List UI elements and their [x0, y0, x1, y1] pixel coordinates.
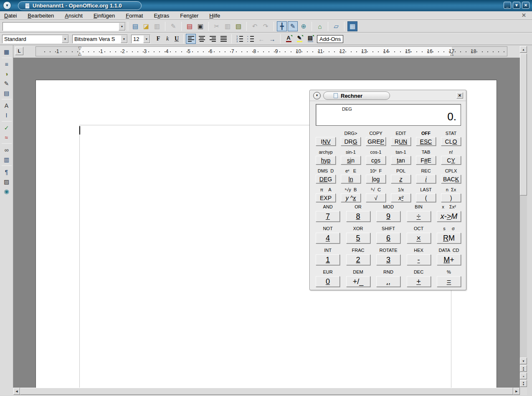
calc-button-4[interactable]: 4 [316, 233, 340, 244]
navigation-button[interactable]: ● [520, 373, 527, 379]
menu-extras[interactable]: Extras [154, 13, 169, 19]
chevron-down-icon[interactable]: ▼ [62, 35, 68, 43]
scroll-down-button[interactable]: ▼ [520, 358, 527, 364]
align-right-icon[interactable] [208, 34, 218, 44]
vertical-scroll-thumb[interactable] [520, 53, 527, 195]
calc-button-rm[interactable]: RM [437, 233, 461, 244]
calc-button-[interactable]: ÷ [407, 211, 431, 222]
calculator-menu-button[interactable]: ▼ [313, 92, 321, 99]
gallery-icon[interactable]: ⌂ [315, 21, 325, 31]
calc-button-log[interactable]: log [366, 175, 386, 183]
align-justify-icon[interactable] [218, 34, 228, 44]
export-pdf-icon[interactable]: ▤ [185, 21, 195, 31]
menu-einfgen[interactable]: Einfügen [94, 13, 115, 19]
save-icon[interactable]: ▥ [152, 21, 162, 31]
undo-icon[interactable]: ↶ [250, 21, 260, 31]
calc-button-[interactable]: ., [376, 276, 400, 287]
calc-button-[interactable]: = [437, 276, 461, 287]
chevron-down-icon[interactable]: ▼ [119, 23, 125, 30]
menu-datei[interactable]: Datei [4, 13, 17, 19]
calculator-close-button[interactable]: ✕ [456, 92, 463, 99]
numbered-list-icon[interactable]: 123 [235, 34, 245, 44]
spellcheck-icon[interactable]: ✓ [2, 123, 12, 132]
calc-button-8[interactable]: 8 [346, 211, 370, 222]
close-button[interactable]: ✕ [522, 2, 529, 9]
horizontal-scroll-thumb[interactable] [20, 388, 513, 395]
font-color-icon[interactable]: A [284, 34, 294, 44]
decrease-indent-icon[interactable]: ← [256, 34, 266, 44]
data-sources-icon[interactable]: ▥ [2, 155, 12, 164]
calc-button-[interactable]: × [407, 233, 431, 244]
chevron-down-icon[interactable]: ▼ [121, 35, 127, 43]
calculator-titlebar[interactable]: ▼ Rechner ✕ [310, 90, 466, 101]
minimize-button[interactable]: _ [504, 2, 511, 9]
calc-button-xm[interactable]: x->M [437, 211, 461, 222]
insert-table-icon[interactable]: ▦ [2, 47, 12, 56]
calc-button-[interactable]: +/_ [346, 276, 370, 287]
copy-icon[interactable]: ▥ [223, 21, 233, 31]
highlighting-icon[interactable]: ✎ [294, 34, 304, 44]
calc-button-z[interactable]: z [391, 175, 411, 183]
calc-button-back[interactable]: BACK [441, 175, 461, 183]
scroll-up-button[interactable]: ▲ [520, 46, 527, 53]
paste-icon[interactable]: ▧ [233, 21, 243, 31]
navigator-icon[interactable]: ╋ [277, 21, 287, 31]
calc-button-6[interactable]: 6 [376, 233, 400, 244]
stylist-icon[interactable]: ✎ [288, 21, 298, 31]
open-icon[interactable]: ◪ [141, 21, 151, 31]
nonprinting-characters-icon[interactable]: ¶ [2, 167, 12, 177]
calc-button-[interactable]: - [407, 254, 431, 265]
calc-button-3[interactable]: 3 [376, 254, 400, 265]
graphics-toggle-icon[interactable]: ▨ [2, 177, 12, 186]
url-input[interactable] [3, 23, 119, 30]
next-page-button[interactable]: ▾▾ [520, 380, 527, 387]
calc-button-7[interactable]: 7 [316, 211, 340, 222]
scroll-left-button[interactable]: ◀ [13, 388, 20, 395]
calc-button-esc[interactable]: ESC [416, 137, 436, 146]
window-menu-button[interactable]: ▼ [3, 1, 11, 10]
calc-button-deg[interactable]: DEG [316, 175, 336, 183]
calc-button-0[interactable]: 0 [316, 276, 340, 287]
url-combobox[interactable]: ▼ [3, 22, 126, 31]
bold-button[interactable]: F [154, 34, 163, 43]
maximize-button[interactable]: ▼ [513, 2, 520, 9]
calc-button-5[interactable]: 5 [346, 233, 370, 244]
calc-button-cos[interactable]: cos [366, 156, 386, 165]
calc-button-[interactable]: + [407, 276, 431, 287]
calc-button-9[interactable]: 9 [376, 211, 400, 222]
calc-button-tan[interactable]: tan [391, 156, 411, 165]
chevron-down-icon[interactable]: ▼ [143, 35, 150, 43]
close-document-icon[interactable]: ✕ [522, 12, 526, 18]
tab-type-selector[interactable]: L [15, 47, 23, 55]
calc-button-1[interactable]: 1 [316, 254, 340, 265]
bullet-list-icon[interactable]: ••• [246, 34, 256, 44]
calc-button-grep[interactable]: GREP [366, 137, 386, 146]
menu-format[interactable]: Format [126, 13, 143, 19]
font-name-combobox[interactable]: Bitstream Vera S ▼ [72, 35, 128, 43]
calc-button-m[interactable]: M+ [437, 254, 461, 265]
vertical-scrollbar[interactable]: ▲ ▼ ▴▴ ● ▾▾ [520, 46, 527, 388]
calc-button-run[interactable]: RUN [391, 137, 411, 146]
print-icon[interactable]: ▣ [195, 21, 205, 31]
menu-bearbeiten[interactable]: Bearbeiten [28, 13, 54, 19]
new-document-icon[interactable]: ▤ [130, 21, 140, 31]
calc-button-hyp[interactable]: hyp [316, 156, 336, 165]
align-center-icon[interactable] [197, 34, 207, 44]
direct-cursor-icon[interactable]: I [2, 110, 12, 120]
paragraph-background-icon[interactable]: ▤ [305, 34, 315, 44]
calc-button-inv[interactable]: INV [316, 137, 336, 146]
insert-fields-icon[interactable]: ≡ [2, 59, 12, 69]
imagemap-icon[interactable]: ▱ [331, 21, 341, 31]
online-layout-icon[interactable]: ◉ [2, 186, 12, 196]
underline-button[interactable]: U [172, 34, 181, 43]
calc-button-i[interactable]: i [416, 175, 436, 183]
italic-button[interactable]: k [163, 34, 172, 43]
calc-button-cy[interactable]: CY [441, 156, 461, 165]
menu-fenster[interactable]: Fenster [180, 13, 198, 19]
font-size-combobox[interactable]: 12 ▼ [131, 35, 150, 43]
cut-icon[interactable]: ✂ [212, 21, 222, 31]
autotext-icon[interactable]: A [2, 101, 12, 110]
edit-file-icon[interactable]: ✎ [168, 21, 178, 31]
menu-ansicht[interactable]: Ansicht [65, 13, 83, 19]
calc-button-sin[interactable]: sin [341, 156, 361, 165]
